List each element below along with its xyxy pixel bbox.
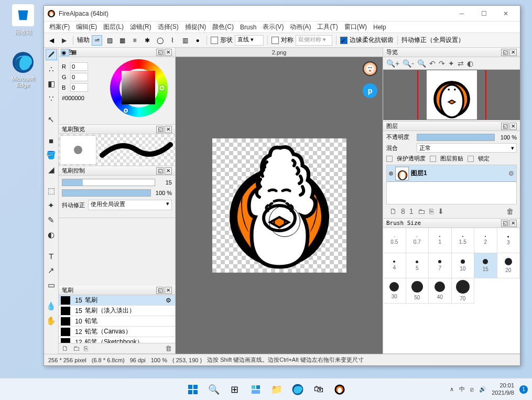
duplicate-icon[interactable]: ⎘: [84, 344, 88, 352]
select-rect-tool[interactable]: ⬚: [46, 185, 57, 197]
brush-size-slider[interactable]: [62, 179, 155, 186]
eyedropper-tool[interactable]: 💧: [46, 300, 57, 312]
close-icon[interactable]: ✕: [165, 49, 172, 56]
brush-size-cell[interactable]: 4: [383, 253, 406, 278]
maximize-button[interactable]: ☐: [473, 6, 495, 21]
menu-item[interactable]: 图层(L): [100, 21, 127, 33]
brush-size-cell[interactable]: 20: [497, 253, 520, 278]
protect-alpha-checkbox[interactable]: [386, 156, 393, 162]
assist-radial[interactable]: ✱: [142, 35, 153, 46]
shape-checkbox[interactable]: [211, 37, 218, 44]
assist-parallel[interactable]: ▨: [104, 35, 115, 46]
menu-item[interactable]: Brush: [237, 23, 259, 32]
blend-mode-select[interactable]: 正常▾: [417, 143, 517, 153]
assist-lines[interactable]: ≡: [129, 35, 140, 46]
flip-icon[interactable]: ⇄: [458, 59, 464, 68]
minimize-button[interactable]: ─: [451, 6, 473, 21]
brush-size-cell[interactable]: 15: [474, 253, 497, 278]
store-button[interactable]: 🛍: [309, 380, 328, 399]
desktop-edge[interactable]: Microsoft Edge: [7, 51, 39, 88]
menu-item[interactable]: 颜色(C): [209, 21, 237, 33]
folder-icon[interactable]: 🗀: [73, 344, 80, 352]
menu-item[interactable]: 捕捉(N): [182, 21, 210, 33]
eraser-tool[interactable]: ◧: [46, 78, 57, 90]
assist-ellipse[interactable]: ◯: [155, 35, 165, 46]
brush-size-cell[interactable]: 3: [497, 228, 520, 253]
wand-tool[interactable]: ✦: [46, 200, 57, 211]
desktop-recycle-bin[interactable]: 回收站: [7, 4, 39, 36]
gear-icon[interactable]: ⚙: [508, 170, 514, 177]
assist-grid[interactable]: ▦: [117, 35, 127, 46]
new-layer-icon[interactable]: 🗋: [389, 207, 397, 215]
zoom-out-icon[interactable]: 🔍-: [403, 59, 414, 68]
alpaca-badge[interactable]: [363, 61, 377, 76]
brush-row[interactable]: 10铅笔: [59, 316, 175, 327]
assist-dot[interactable]: ●: [192, 35, 203, 46]
tray-icon[interactable]: ⎚: [470, 386, 474, 393]
widgets-button[interactable]: [246, 380, 265, 399]
search-button[interactable]: 🔍: [204, 380, 223, 399]
layer-item[interactable]: 图层1 ⚙: [387, 165, 516, 182]
brush-size-cell[interactable]: 40: [429, 278, 452, 304]
edge-taskbar-button[interactable]: [288, 380, 307, 399]
brush-size-cell[interactable]: 50: [406, 278, 429, 304]
navigator-preview[interactable]: [383, 70, 520, 120]
frame-tool[interactable]: ▭: [46, 279, 57, 291]
grayscale-icon[interactable]: ◐: [467, 59, 473, 68]
b-input[interactable]: [70, 83, 88, 92]
brush-size-cell[interactable]: 0.7: [406, 228, 429, 253]
new-1bit-layer-icon[interactable]: 1: [409, 207, 414, 215]
brush-row[interactable]: 12铅笔（Canvas）: [59, 327, 175, 337]
menu-item[interactable]: 表示(V): [259, 21, 287, 33]
delete-icon[interactable]: 🗑: [165, 344, 172, 352]
brush-row[interactable]: 15笔刷⚙: [59, 295, 175, 306]
add-brush-icon[interactable]: 🗋: [62, 344, 69, 352]
tray-icon[interactable]: 中: [459, 385, 465, 393]
menu-item[interactable]: Help: [370, 23, 389, 32]
layer-opacity-slider[interactable]: [417, 134, 495, 141]
symmetry-checkbox[interactable]: [272, 37, 279, 44]
canvas[interactable]: [212, 138, 346, 273]
canvas-viewport[interactable]: p: [176, 57, 383, 354]
layer-clip-checkbox[interactable]: [430, 156, 436, 162]
select-eraser-tool[interactable]: ◐: [46, 229, 57, 241]
clock[interactable]: 20:012021/9/8: [492, 382, 514, 396]
pixiv-badge[interactable]: p: [363, 83, 377, 98]
zoom-in-icon[interactable]: 🔍+: [386, 59, 399, 68]
brush-opacity-slider[interactable]: [62, 189, 151, 197]
brush-size-cell[interactable]: 70: [452, 278, 475, 304]
close-button[interactable]: ✕: [495, 6, 517, 21]
color-wheel[interactable]: [110, 59, 168, 117]
menu-item[interactable]: 档案(F): [46, 21, 73, 33]
start-button[interactable]: [183, 380, 202, 399]
jitter-select[interactable]: 使用全局设置▾: [88, 200, 172, 210]
symmetry-select[interactable]: 双侧对称 ▾: [296, 35, 332, 46]
menu-item[interactable]: 动画(A): [287, 21, 314, 33]
rotate-right-icon[interactable]: ↷: [439, 59, 445, 68]
hand-tool[interactable]: ✋: [46, 315, 57, 327]
bucket-tool[interactable]: 🪣: [46, 149, 57, 161]
gradient-tool[interactable]: ◢: [46, 164, 57, 176]
rotate-left-icon[interactable]: ↶: [429, 59, 436, 68]
object-tool[interactable]: ↗: [46, 265, 57, 276]
visibility-icon[interactable]: [389, 171, 393, 176]
undo-button[interactable]: ◀: [46, 35, 57, 46]
reset-rotation-icon[interactable]: ✦: [448, 59, 454, 68]
menu-item[interactable]: 编辑(E): [73, 21, 100, 33]
move-tool[interactable]: ↖: [46, 114, 57, 125]
brush-size-cell[interactable]: 2: [474, 228, 497, 253]
firealpaca-taskbar-button[interactable]: [330, 380, 349, 399]
dot-tool[interactable]: ∴: [46, 63, 57, 75]
brush-size-cell[interactable]: 7: [429, 253, 452, 278]
fill-tool[interactable]: ■: [46, 135, 57, 146]
brush-size-cell[interactable]: 10: [452, 253, 475, 278]
menu-item[interactable]: 选择(S): [155, 21, 182, 33]
brush-tool[interactable]: [46, 49, 57, 60]
brush-row[interactable]: 15笔刷（淡入淡出）: [59, 306, 175, 316]
assist-persp[interactable]: ▥: [180, 35, 190, 46]
assist-off[interactable]: off: [92, 35, 102, 46]
duplicate-layer-icon[interactable]: ⎘: [429, 207, 433, 215]
g-input[interactable]: [70, 73, 88, 81]
brush-size-cell[interactable]: 5: [406, 253, 429, 278]
delete-layer-icon[interactable]: 🗑: [506, 207, 514, 215]
